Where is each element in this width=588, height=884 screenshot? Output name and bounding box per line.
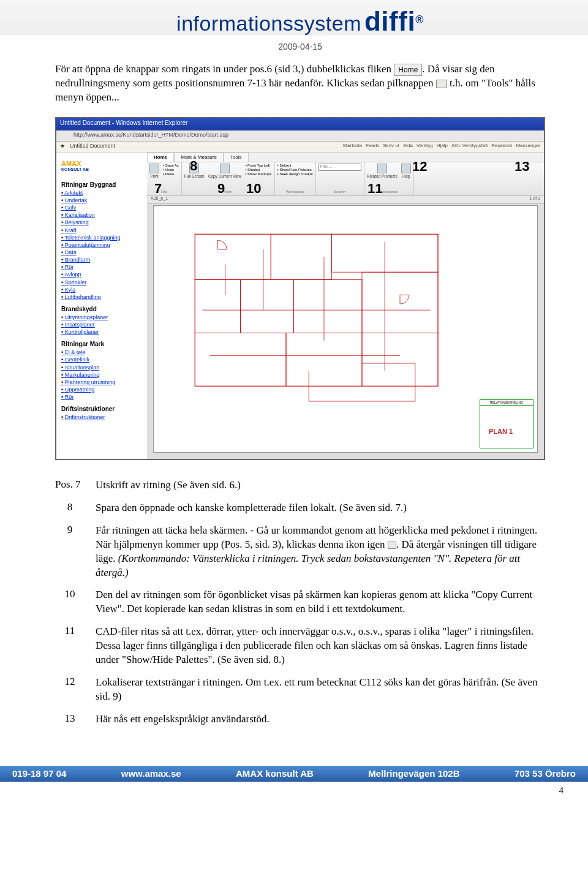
intro-paragraph: För att öppna de knappar som ringats in … bbox=[55, 62, 545, 105]
ribbon-side-item[interactable]: ▪ Save As bbox=[163, 164, 179, 167]
ribbon-side-item[interactable]: ▪ Front Top Left bbox=[245, 164, 271, 167]
floor-plan bbox=[172, 217, 476, 434]
sidebar-item[interactable]: Luftbehandling bbox=[65, 293, 142, 301]
tab-label[interactable]: Untitled Document bbox=[70, 143, 115, 151]
sidebar-item[interactable]: Plantering utrustning bbox=[65, 379, 142, 386]
svg-rect-1 bbox=[195, 234, 271, 279]
sidebar-item[interactable]: Kraft bbox=[65, 227, 142, 234]
browser-toolbar-right: Startsida Feeds Skriv ut Sida Verktyg Hj… bbox=[342, 143, 540, 151]
toolbar-btn[interactable]: AOL Verktygsfalt bbox=[451, 143, 488, 151]
document-header: informationssystemdiffi® 2009-04-15 bbox=[55, 6, 545, 51]
sidebar-item[interactable]: Rör bbox=[65, 263, 142, 271]
sidebar-item[interactable]: Situationsplan bbox=[65, 364, 142, 371]
list-num-13: 13 bbox=[55, 712, 85, 727]
toolbar-btn[interactable]: Hjälp bbox=[437, 143, 448, 151]
document-bar: A30_p_1 1 of 1 bbox=[147, 195, 544, 204]
sidebar-item[interactable]: Golv bbox=[65, 204, 142, 211]
ribbon-side-item[interactable]: ▪ Redo bbox=[163, 172, 179, 176]
sidebar-item[interactable]: Brandlarm bbox=[65, 256, 142, 263]
ribbon-button[interactable]: Copy Current View bbox=[208, 164, 241, 178]
toolbar-btn[interactable]: Skriv ut bbox=[383, 143, 399, 151]
sidebar-item[interactable]: Geoteknik bbox=[65, 356, 142, 363]
svg-rect-5 bbox=[241, 279, 294, 333]
numbered-list: Pos. 7Utskrift av ritning (Se även sid. … bbox=[55, 478, 545, 727]
list-text-8: Spara den öppnade och kanske komplettera… bbox=[96, 501, 545, 515]
footer-city: 703 53 Örebro bbox=[514, 768, 576, 779]
header-date: 2009-04-15 bbox=[55, 42, 545, 51]
sidebar-item[interactable]: Sprinkler bbox=[65, 279, 142, 286]
page-number: 4 bbox=[0, 782, 588, 802]
list-num-12: 12 bbox=[55, 676, 85, 704]
ribbon-group: ▪ Default▪ Show/Hide Palettes▪ Seek desi… bbox=[275, 162, 316, 195]
sidebar-item[interactable]: El & tele bbox=[65, 349, 142, 356]
toolbar-btn[interactable]: Startsida bbox=[342, 143, 362, 151]
favorites-star-icon[interactable]: ★ bbox=[60, 143, 65, 151]
toolbar-btn[interactable]: Messenger bbox=[516, 143, 540, 151]
sidebar-item[interactable]: Arkitekt bbox=[65, 189, 142, 197]
ribbon-side-item[interactable]: ▪ Show Markups bbox=[245, 172, 271, 176]
sidebar-heading: Ritningar Mark bbox=[61, 341, 142, 347]
svg-rect-2 bbox=[271, 234, 331, 279]
ribbon-side-item[interactable]: ▪ Undo bbox=[163, 168, 179, 172]
overlay-10: 10 bbox=[246, 181, 261, 197]
list-text-13: Här nås ett engelskspråkigt användarstöd… bbox=[96, 712, 545, 727]
address-bar[interactable]: http://www.amax.se/Kundstartsidor_HTM/De… bbox=[56, 130, 544, 142]
sidebar-item[interactable]: Kanalisation bbox=[65, 211, 142, 219]
sidebar-item[interactable]: Undertak bbox=[65, 197, 142, 204]
list-num-9: 9 bbox=[55, 524, 85, 580]
registered-mark: ® bbox=[415, 13, 424, 26]
page-footer: 019-18 97 04 www.amax.se AMAX konsult AB… bbox=[0, 766, 588, 782]
fullscreen-icon[interactable] bbox=[388, 542, 396, 549]
toolbar-btn[interactable]: Verktyg bbox=[417, 143, 433, 151]
sidebar-item[interactable]: Utrymningsplaner bbox=[65, 314, 142, 321]
overlay-11: 11 bbox=[368, 181, 382, 197]
sidebar-item[interactable]: Markplanering bbox=[65, 371, 142, 379]
list-text-7: Utskrift av ritning (Se även sid. 6.) bbox=[96, 478, 545, 493]
ribbon-button[interactable]: Related Products bbox=[367, 164, 398, 178]
tab-mark-measure[interactable]: Mark & Measure bbox=[174, 153, 224, 162]
sidebar-item[interactable]: Data bbox=[65, 249, 142, 256]
sidebar-item[interactable]: Belysning bbox=[65, 219, 142, 226]
svg-rect-8 bbox=[195, 333, 286, 386]
overlay-12: 12 bbox=[412, 159, 427, 175]
svg-rect-10 bbox=[362, 333, 438, 386]
tab-tools[interactable]: Tools bbox=[224, 153, 249, 162]
list-text-10: Den del av ritningen som för ögonblicket… bbox=[96, 588, 545, 616]
dwf-viewer: Home Mark & Measure Tools 8 7 9 10 11 12… bbox=[147, 153, 544, 459]
overlay-13: 13 bbox=[514, 159, 529, 175]
toolbar-btn[interactable]: Sida bbox=[403, 143, 413, 151]
ribbon-side-item[interactable]: ▪ Default bbox=[277, 164, 313, 167]
sidebar-item[interactable]: Teleteknisk anläggning bbox=[65, 234, 142, 241]
toolbar-btn[interactable]: Research bbox=[491, 143, 512, 151]
ribbon-icon bbox=[377, 164, 387, 173]
ribbon-side-item[interactable]: ▪ Seek design content bbox=[277, 172, 313, 176]
tab-home[interactable]: Home bbox=[147, 153, 174, 162]
sidebar-item[interactable]: Kyla bbox=[65, 286, 142, 293]
sidebar-item[interactable]: Uppmätning bbox=[65, 386, 142, 393]
toolbar-btn[interactable]: Feeds bbox=[366, 143, 379, 151]
ribbon-button[interactable]: Print bbox=[149, 164, 159, 178]
find-input[interactable]: Find... bbox=[318, 164, 361, 171]
ribbon-side-item[interactable]: ▪ Show/Hide Palettes bbox=[277, 168, 313, 172]
home-tab-button[interactable]: Home bbox=[394, 64, 422, 76]
drawing-canvas[interactable]: PLAN 1 RELATIONSHANDLING bbox=[153, 205, 538, 453]
footer-company: AMAX konsult AB bbox=[236, 768, 314, 779]
list-text-9: Får ritningen att täcka hela skärmen. - … bbox=[96, 524, 545, 580]
sidebar-item[interactable]: Avlopp bbox=[65, 271, 142, 278]
title-part2: diffi bbox=[364, 6, 415, 36]
sidebar-item[interactable]: Kontrollplaner bbox=[65, 328, 142, 336]
title-part1: informationssystem bbox=[176, 12, 361, 35]
ribbon-tabs: Home Mark & Measure Tools bbox=[147, 153, 544, 162]
sidebar-item[interactable]: Driftinstruktioner bbox=[65, 414, 142, 421]
sidebar-item[interactable]: Insatsplaner bbox=[65, 321, 142, 328]
sidebar-item[interactable]: Rör bbox=[65, 393, 142, 401]
footer-phone: 019-18 97 04 bbox=[12, 768, 66, 779]
favorites-bar: ★ Untitled Document Startsida Feeds Skri… bbox=[56, 142, 544, 153]
sidebar-item[interactable]: Potentialutjämning bbox=[65, 241, 142, 249]
ribbon-group-label: Workspace bbox=[277, 190, 313, 194]
ribbon-button[interactable]: Help bbox=[401, 164, 411, 178]
browser-screenshot: Untitled Document - Windows Internet Exp… bbox=[55, 117, 545, 460]
dropdown-arrow-icon[interactable] bbox=[436, 80, 447, 88]
ribbon-side-item[interactable]: ▪ Shaded bbox=[245, 168, 271, 172]
overlay-9: 9 bbox=[217, 181, 225, 197]
